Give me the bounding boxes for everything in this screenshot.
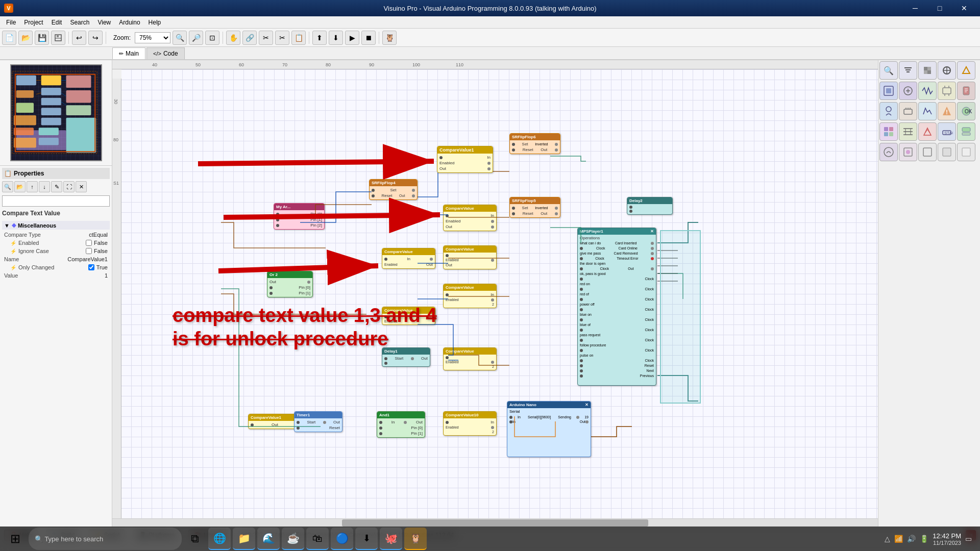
taskbar-visuino[interactable]: 🦉 — [404, 528, 427, 550]
open-button[interactable]: 📂 — [18, 31, 33, 45]
srflipflop4-block[interactable]: SRFlipFlop4 Set ResetOut — [369, 179, 418, 200]
prop-btn-3[interactable]: ↑ — [27, 181, 38, 192]
save-button[interactable]: 💾 — [35, 31, 49, 45]
pal-item-10[interactable]: OK — [957, 102, 975, 120]
pal-item-1[interactable] — [879, 82, 898, 100]
show-desktop[interactable]: ▭ — [965, 535, 972, 543]
compare-value3-block[interactable]: CompareValue In EnabledOut — [382, 248, 435, 269]
palette-filter-icon[interactable] — [899, 61, 917, 80]
or2-block[interactable]: Or 2 Out Pin [0] Pin [1] — [267, 271, 313, 297]
prop-btn-2[interactable]: 📂 — [14, 181, 26, 192]
pal-item-8[interactable] — [918, 102, 937, 120]
scrollbar-thumb[interactable] — [342, 519, 648, 527]
compare-value5-block[interactable]: CompareValue In Enabled 2 — [443, 284, 497, 308]
start-button[interactable]: ⊞ — [4, 528, 27, 550]
taskbar-store[interactable]: 🛍 — [306, 528, 329, 550]
download-button[interactable]: ⬇ — [329, 31, 343, 45]
pal-item-16[interactable] — [879, 143, 898, 161]
prop-btn-1[interactable]: 🔍 — [2, 181, 13, 192]
pal-item-6[interactable] — [879, 102, 898, 120]
enabled-checkbox[interactable] — [86, 240, 92, 246]
and1-block[interactable]: And1 InOut Pin [0] Pin [1] — [377, 411, 425, 438]
taskbar-edge-legacy[interactable]: 🌐 — [208, 528, 231, 550]
pal-item-14[interactable]: STACK — [938, 122, 956, 141]
prop-btn-5[interactable]: ✎ — [51, 181, 62, 192]
menu-edit[interactable]: Edit — [47, 18, 66, 27]
pal-item-2[interactable] — [899, 82, 917, 100]
srflipflop6-block[interactable]: SRFlipFlop6 SetInverted ResetOut — [509, 133, 560, 154]
taskbar-edge[interactable]: 🌊 — [257, 528, 280, 550]
undo-button[interactable]: ↩ — [72, 31, 86, 45]
pal-item-20[interactable] — [957, 143, 975, 161]
menu-search[interactable]: Search — [66, 18, 93, 27]
redo-button[interactable]: ↪ — [88, 31, 103, 45]
connect-button[interactable]: 🔗 — [242, 31, 257, 45]
pal-item-12[interactable] — [899, 122, 917, 141]
prop-ignore-case[interactable]: ⚡ Ignore Case False — [2, 247, 110, 255]
run-button[interactable]: ▶ — [345, 31, 359, 45]
system-clock[interactable]: 12:42 PM 11/17/2023 — [933, 532, 961, 546]
stop-button[interactable]: ⏹ — [361, 31, 376, 45]
timer1-block[interactable]: Timer1 StartOut Reset — [294, 411, 342, 432]
diagram-area[interactable]: CompareValue1 In Enabled Out SRFlipFlop6… — [121, 69, 878, 518]
maximize-button[interactable]: □ — [928, 0, 951, 16]
move-button[interactable]: ✋ — [226, 31, 240, 45]
delay1-block[interactable]: Delay1 StartOut — [382, 347, 430, 367]
property-search-input[interactable] — [2, 195, 110, 207]
pal-item-4[interactable] — [938, 82, 956, 100]
zoom-select[interactable]: 25% 50% 75% 100% 125% 150% 200% — [135, 32, 170, 43]
taskbar-gitkraken[interactable]: 🐙 — [380, 528, 402, 550]
delay2-block[interactable]: Delay2 — [627, 197, 673, 215]
compare-value4-block[interactable]: CompareValue Enabled Out — [443, 245, 497, 269]
taskbar-search[interactable]: 🔍 Type here to search — [29, 528, 182, 550]
menu-arduino[interactable]: Arduino — [115, 18, 144, 27]
palette-icon-5[interactable] — [957, 61, 975, 80]
zoom-fit-button[interactable]: ⊡ — [205, 31, 219, 45]
compare-value10-block[interactable]: CompareValue10 In Enabled 2 — [443, 411, 497, 436]
upload-button[interactable]: ⬆ — [312, 31, 327, 45]
save-as-button[interactable] — [51, 31, 65, 45]
compare-value6-block[interactable]: CompareValue Enabled — [382, 307, 435, 325]
ignore-case-checkbox[interactable] — [86, 248, 92, 254]
close-button[interactable]: ✕ — [952, 0, 976, 16]
prop-btn-4[interactable]: ↓ — [39, 181, 50, 192]
srflipflop5-block[interactable]: SRFlipFlop5 SetInverted ResetOut — [509, 197, 560, 218]
prop-btn-7[interactable]: ✕ — [76, 181, 87, 192]
compare-value7-block[interactable]: CompareValue Enabled 2 — [443, 347, 497, 370]
taskbar-explorer[interactable]: 📁 — [233, 528, 255, 550]
arduino-nano-block[interactable]: Arduino Nano ✕ Serial In Serial[0][9600]… — [507, 401, 591, 457]
pal-item-7[interactable] — [899, 102, 917, 120]
pal-item-13[interactable] — [918, 122, 937, 141]
delete-button[interactable]: ✂ — [259, 31, 273, 45]
palette-icon-4[interactable] — [938, 61, 956, 80]
prop-enabled[interactable]: ⚡ Enabled False — [2, 239, 110, 247]
settings-button[interactable]: 🦉 — [382, 31, 397, 45]
taskbar-utorrent[interactable]: ⬇ — [355, 528, 378, 550]
prop-only-changed[interactable]: ⚡ Only Changed True — [2, 263, 110, 271]
taskbar-task-view[interactable]: ⧉ — [184, 528, 206, 550]
compare-value-mid-block[interactable]: CompareValue In Enabled Out — [443, 205, 497, 231]
pal-item-15[interactable] — [957, 122, 975, 141]
my-ar-block[interactable]: My Ar... Pin [0] Pin [1] Pin [2] — [274, 203, 325, 230]
prop-btn-6[interactable]: ⛶ — [63, 181, 75, 192]
pal-item-19[interactable] — [938, 143, 956, 161]
pal-item-18[interactable] — [918, 143, 937, 161]
palette-icon-3[interactable] — [918, 61, 937, 80]
new-button[interactable]: 📄 — [2, 31, 16, 45]
pal-item-17[interactable] — [899, 143, 917, 161]
palette-search-icon[interactable]: 🔍 — [879, 61, 898, 80]
paste-button[interactable]: 📋 — [291, 31, 306, 45]
cut-button[interactable]: ✂ — [275, 31, 289, 45]
tab-main[interactable]: ✏ Main — [112, 47, 145, 59]
zoom-in-button[interactable]: 🔍 — [173, 31, 187, 45]
taskbar-java[interactable]: ☕ — [282, 528, 304, 550]
horizontal-scrollbar[interactable] — [112, 518, 878, 527]
tab-code[interactable]: </> Code — [146, 47, 185, 59]
mpsplayer1-block[interactable]: MPSPlayer1 ✕ Operations what can i do Ca… — [577, 228, 656, 386]
menu-view[interactable]: View — [93, 18, 115, 27]
menu-help[interactable]: Help — [144, 18, 165, 27]
menu-file[interactable]: File — [2, 18, 20, 27]
minimize-button[interactable]: ─ — [903, 0, 927, 16]
compare-value-1-block[interactable]: CompareValue1 In Enabled Out — [437, 146, 493, 173]
taskbar-chrome[interactable]: 🔵 — [331, 528, 353, 550]
